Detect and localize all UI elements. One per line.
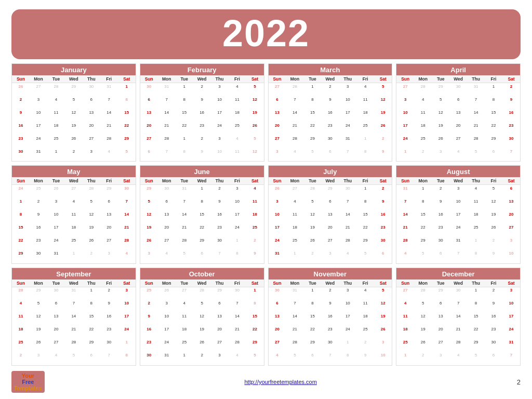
day-cell: 13	[449, 109, 467, 122]
day-cell: 27	[269, 83, 286, 96]
day-cell: 5	[303, 148, 321, 161]
day-cell: 9	[432, 198, 449, 211]
month-title: November	[269, 268, 392, 280]
day-cell: 17	[158, 326, 176, 339]
days-grid: 2829303112345678910111213141516171819202…	[12, 287, 136, 365]
day-cell: 29	[432, 287, 449, 300]
day-cell: 29	[65, 83, 83, 96]
day-cell: 5	[176, 250, 193, 263]
day-cell: 25	[396, 339, 414, 352]
day-header-mon: Mon	[158, 75, 176, 83]
day-headers-row: SunMonTueWedThuFriSat	[269, 177, 392, 185]
day-header-tue: Tue	[303, 280, 321, 287]
day-cell: 30	[140, 352, 158, 365]
day-cell: 7	[158, 148, 176, 161]
day-header-tue: Tue	[432, 177, 449, 184]
day-cell: 14	[339, 211, 356, 224]
day-cell: 4	[339, 250, 356, 263]
day-cell: 15	[485, 109, 502, 122]
day-cell: 22	[467, 326, 485, 339]
day-cell: 2	[246, 237, 264, 250]
day-cell: 12	[83, 211, 100, 224]
month-block-april: AprilSunMonTueWedThuFriSat27282930311234…	[396, 63, 521, 162]
month-block-march: MarchSunMonTueWedThuFriSat27281234567891…	[268, 63, 393, 162]
day-cell: 1	[118, 83, 136, 96]
day-cell: 7	[339, 148, 356, 161]
day-cell: 22	[246, 326, 264, 339]
day-header-wed: Wed	[321, 75, 339, 83]
day-cell: 7	[211, 250, 229, 263]
day-cell: 15	[246, 313, 264, 326]
day-cell: 15	[356, 211, 374, 224]
day-cell: 6	[502, 185, 520, 198]
day-header-wed: Wed	[65, 280, 83, 287]
day-cell: 16	[140, 326, 158, 339]
day-header-sat: Sat	[374, 177, 392, 184]
day-cell: 28	[176, 237, 193, 250]
day-cell: 19	[140, 224, 158, 237]
day-cell: 17	[118, 313, 136, 326]
day-cell: 25	[229, 122, 246, 135]
day-cell: 18	[65, 224, 83, 237]
day-cell: 24	[211, 122, 229, 135]
logo-box: Your Free Templates	[11, 371, 45, 393]
days-grid: 2930311234567891011121314151617181920212…	[140, 185, 264, 263]
day-cell: 6	[485, 352, 502, 365]
day-headers-row: SunMonTueWedThuFriSat	[396, 75, 520, 83]
day-cell: 5	[246, 83, 264, 96]
day-header-tue: Tue	[432, 280, 449, 287]
day-cell: 4	[12, 300, 30, 313]
day-header-mon: Mon	[158, 280, 176, 287]
day-cell: 13	[502, 198, 520, 211]
calendar-grid: JanuarySunMonTueWedThuFriSat262728293031…	[11, 63, 521, 366]
day-cell: 8	[303, 96, 321, 109]
day-cell: 20	[100, 224, 118, 237]
day-cell: 30	[158, 185, 176, 198]
day-cell: 18	[246, 211, 264, 224]
month-title: July	[269, 166, 392, 177]
day-cell: 28	[12, 287, 30, 300]
day-cell: 16	[432, 211, 449, 224]
footer-url[interactable]: http://yourfreetemplates.com	[244, 379, 316, 385]
day-cell: 30	[485, 339, 502, 352]
day-cell: 3	[83, 148, 100, 161]
day-cell: 11	[65, 211, 83, 224]
day-cell: 19	[83, 224, 100, 237]
day-cell: 9	[321, 300, 339, 313]
page: 2022 JanuarySunMonTueWedThuFriSat2627282…	[0, 0, 532, 399]
day-cell: 28	[396, 237, 414, 250]
day-cell: 26	[65, 135, 83, 148]
day-cell: 18	[414, 122, 432, 135]
day-cell: 6	[47, 300, 65, 313]
day-header-sat: Sat	[118, 177, 136, 184]
day-cell: 28	[118, 237, 136, 250]
day-cell: 19	[30, 326, 47, 339]
day-cell: 14	[229, 313, 246, 326]
day-cell: 9	[374, 198, 392, 211]
day-header-tue: Tue	[303, 75, 321, 83]
day-cell: 22	[12, 237, 30, 250]
day-cell: 9	[485, 250, 502, 263]
day-cell: 25	[414, 135, 432, 148]
day-cell: 3	[502, 287, 520, 300]
day-header-tue: Tue	[432, 75, 449, 83]
day-cell: 8	[485, 96, 502, 109]
days-grid: 2627282930311234567891011121314151617181…	[12, 83, 136, 161]
day-header-thu: Thu	[211, 177, 229, 184]
day-cell: 24	[339, 122, 356, 135]
day-cell: 4	[65, 198, 83, 211]
day-cell: 26	[414, 339, 432, 352]
day-cell: 21	[467, 122, 485, 135]
day-cell: 12	[246, 148, 264, 161]
day-cell: 4	[229, 83, 246, 96]
day-cell: 3	[396, 96, 414, 109]
day-cell: 7	[65, 300, 83, 313]
day-cell: 8	[118, 352, 136, 365]
day-cell: 6	[100, 198, 118, 211]
day-cell: 27	[449, 135, 467, 148]
day-cell: 5	[30, 300, 47, 313]
day-cell: 13	[140, 109, 158, 122]
day-cell: 17	[339, 109, 356, 122]
day-cell: 21	[449, 326, 467, 339]
day-cell: 1	[193, 185, 211, 198]
